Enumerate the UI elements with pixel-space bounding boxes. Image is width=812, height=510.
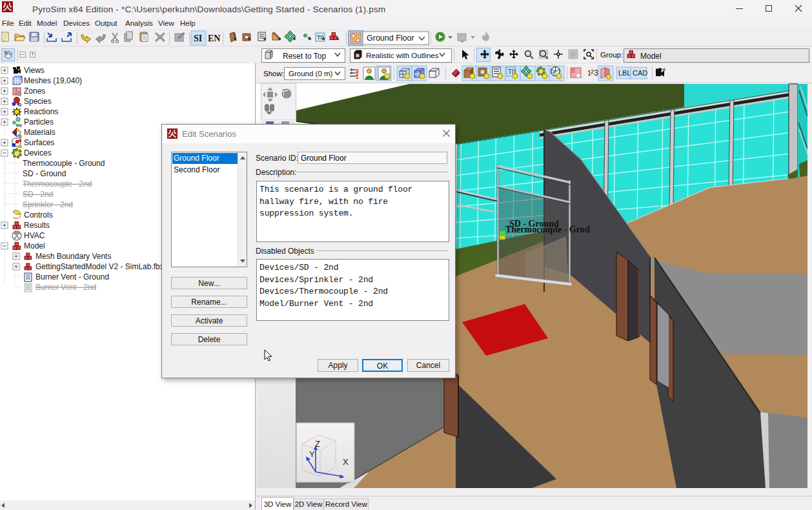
svg-text:Burner Vent - 2nd: Burner Vent - 2nd xyxy=(36,283,96,292)
svg-text:Results: Results xyxy=(24,221,50,230)
svg-text:*: * xyxy=(322,36,325,44)
svg-text:*: * xyxy=(309,36,312,44)
svg-text:Devices: Devices xyxy=(24,148,52,158)
svg-text:Thermocouple - 2nd: Thermocouple - 2nd xyxy=(23,179,92,189)
svg-text:Materials: Materials xyxy=(24,128,56,137)
svg-text:GettingStartedModel V2 - SimLa: GettingStartedModel V2 - SimLab.fbx xyxy=(36,262,164,271)
svg-text:Sprinkler - 2nd: Sprinkler - 2nd xyxy=(23,200,73,209)
svg-text:*: * xyxy=(336,36,340,44)
svg-text:1: 1 xyxy=(356,74,359,80)
svg-text:Z: Z xyxy=(315,439,320,449)
svg-text:X: X xyxy=(343,457,349,467)
svg-text:*: * xyxy=(263,36,267,44)
svg-text:Surfaces: Surfaces xyxy=(24,138,54,147)
svg-text:Burner Vent - Ground: Burner Vent - Ground xyxy=(36,272,109,281)
svg-text:Ground Floor: Ground Floor xyxy=(367,34,414,43)
svg-text:Thermocouple - Ground: Thermocouple - Ground xyxy=(23,159,105,168)
svg-text:Y: Y xyxy=(309,449,315,459)
svg-text:*: * xyxy=(234,36,237,44)
svg-text:Species: Species xyxy=(24,97,52,106)
svg-text:SD - 2nd: SD - 2nd xyxy=(23,190,53,199)
svg-text:Thermocouple - Gro: Thermocouple - Gro xyxy=(505,225,585,234)
svg-text:Particles: Particles xyxy=(24,117,54,127)
svg-text:*: * xyxy=(293,36,296,44)
svg-text:Zones: Zones xyxy=(24,87,45,96)
svg-text:SI: SI xyxy=(194,34,202,43)
svg-text:Controls: Controls xyxy=(24,210,53,219)
svg-text:Meshes (19,040): Meshes (19,040) xyxy=(24,76,82,85)
svg-text:Views: Views xyxy=(24,66,45,75)
svg-text:HVAC: HVAC xyxy=(24,231,45,240)
svg-text:3: 3 xyxy=(594,68,598,77)
svg-text:d: d xyxy=(585,225,590,234)
svg-text:Mesh Boundary Vents: Mesh Boundary Vents xyxy=(36,252,111,261)
svg-text:EN: EN xyxy=(208,34,220,43)
svg-text:*: * xyxy=(278,36,281,44)
svg-text:Model: Model xyxy=(24,241,45,250)
svg-text:SD - Ground: SD - Ground xyxy=(23,169,66,178)
svg-text:CAD: CAD xyxy=(633,69,647,77)
svg-text:LBL: LBL xyxy=(618,69,631,77)
svg-text:*: * xyxy=(248,36,251,44)
svg-text:Reactions: Reactions xyxy=(24,107,58,116)
